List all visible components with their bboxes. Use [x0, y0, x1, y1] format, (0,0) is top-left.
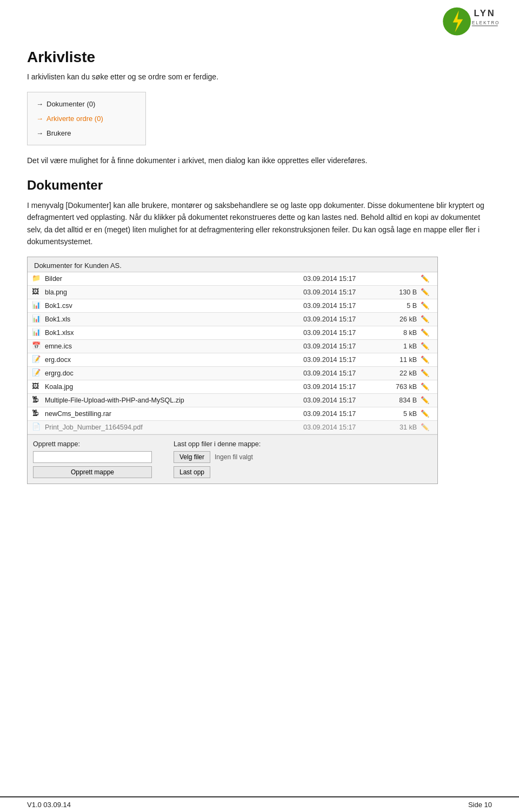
doc-name: newCms_bestilling.rar [45, 410, 303, 418]
create-folder-group: Opprett mappe: Opprett mappe [33, 440, 152, 478]
table-row[interactable]: 📊 Bok1.xlsx 03.09.2014 15:17 8 kB ✏️ [28, 326, 437, 340]
upload-label: Last opp filer i denne mappe: [174, 440, 261, 448]
doc-size: 763 kB [374, 383, 417, 391]
doc-date: 03.09.2014 15:17 [303, 302, 374, 310]
xlsx-icon: 📊 [32, 328, 42, 338]
create-folder-label: Opprett mappe: [33, 440, 152, 448]
doc-name: Print_Job_Number_1164594.pdf [45, 424, 303, 431]
docs-bottom-controls: Opprett mappe: Opprett mappe Last opp fi… [28, 434, 437, 484]
docx-icon: 📝 [32, 355, 42, 365]
ics-icon: 📅 [32, 341, 42, 351]
doc-name: Koala.jpg [45, 383, 303, 391]
caption-text: Det vil være mulighet for å finne dokume… [27, 156, 492, 165]
logo-area: LYN ELEKTRO [438, 5, 503, 39]
arrow-icon: → [36, 115, 43, 123]
footer-version: V1.0 03.09.14 [27, 801, 71, 809]
documents-panel: Dokumenter for Kunden AS. 📁 Bilder 03.09… [27, 257, 438, 484]
jpg-icon: 🖼 [32, 382, 42, 392]
doc-name: Bok1.xls [45, 316, 303, 323]
edit-icon[interactable]: ✏️ [417, 328, 433, 337]
table-row[interactable]: 📄 Print_Job_Number_1164594.pdf 03.09.201… [28, 421, 437, 434]
table-row[interactable]: 📝 erg.docx 03.09.2014 15:17 11 kB ✏️ [28, 353, 437, 367]
doc-size: 22 kB [374, 370, 417, 377]
folder-name-input[interactable] [33, 451, 152, 463]
menu-item-label: Dokumenter (0) [46, 100, 95, 108]
rar-icon: 🗜 [32, 409, 42, 419]
xls-icon: 📊 [32, 314, 42, 324]
table-row[interactable]: 📝 ergrg.doc 03.09.2014 15:17 22 kB ✏️ [28, 367, 437, 380]
doc-name: Multiple-File-Upload-with-PHP-and-MySQL.… [45, 397, 303, 404]
table-row[interactable]: 🖼 bla.png 03.09.2014 15:17 130 B ✏️ [28, 286, 437, 299]
table-row[interactable]: 🗜 Multiple-File-Upload-with-PHP-and-MySQ… [28, 394, 437, 407]
menu-mockup: → Dokumenter (0) → Arkiverte ordre (0) →… [27, 92, 146, 145]
docs-list[interactable]: 📁 Bilder 03.09.2014 15:17 ✏️ 🖼 bla.png 0… [28, 272, 437, 434]
body-text-1: I menyvalg [Dokumenter] kan alle brukere… [27, 199, 492, 248]
doc-size: 31 kB [374, 424, 417, 431]
arrow-icon: → [36, 129, 43, 137]
upload-button[interactable]: Last opp [174, 466, 210, 478]
edit-icon[interactable]: ✏️ [417, 396, 433, 404]
menu-item-label: Brukere [46, 129, 71, 137]
page-title: Arkivliste [27, 49, 492, 66]
company-logo: LYN ELEKTRO [438, 5, 503, 38]
edit-icon[interactable]: ✏️ [417, 342, 433, 350]
folder-icon: 📁 [32, 274, 42, 284]
doc-name: erg.docx [45, 356, 303, 364]
table-row[interactable]: 📊 Bok1.csv 03.09.2014 15:17 5 B ✏️ [28, 299, 437, 313]
doc-size: 130 B [374, 288, 417, 296]
doc-date: 03.09.2014 15:17 [303, 329, 374, 337]
edit-icon[interactable]: ✏️ [417, 369, 433, 377]
edit-icon[interactable]: ✏️ [417, 274, 433, 283]
menu-item-brukere[interactable]: → Brukere [28, 126, 145, 140]
edit-icon[interactable]: ✏️ [417, 410, 433, 418]
pdf-icon: 📄 [32, 422, 42, 432]
doc-date: 03.09.2014 15:17 [303, 370, 374, 377]
svg-text:ELEKTRO: ELEKTRO [472, 20, 500, 25]
doc-size: 834 B [374, 397, 417, 404]
doc-date: 03.09.2014 15:17 [303, 356, 374, 364]
zip-icon: 🗜 [32, 395, 42, 405]
no-file-text: Ingen fil valgt [215, 453, 253, 461]
page-content: Arkivliste I arkivlisten kan du søke ett… [0, 0, 519, 527]
footer-page: Side 10 [468, 801, 492, 809]
doc-date: 03.09.2014 15:17 [303, 397, 374, 404]
arrow-icon: → [36, 100, 43, 108]
doc-name: ergrg.doc [45, 370, 303, 377]
doc-name: emne.ics [45, 343, 303, 350]
create-folder-button[interactable]: Opprett mappe [33, 466, 152, 478]
table-row[interactable]: 🗜 newCms_bestilling.rar 03.09.2014 15:17… [28, 407, 437, 421]
edit-icon[interactable]: ✏️ [417, 423, 433, 431]
upload-row: Velg filer Ingen fil valgt [174, 451, 261, 463]
doc-date: 03.09.2014 15:17 [303, 316, 374, 323]
doc-date: 03.09.2014 15:17 [303, 424, 374, 431]
doc-size: 5 kB [374, 410, 417, 418]
doc-size: 11 kB [374, 356, 417, 364]
doc-date: 03.09.2014 15:17 [303, 410, 374, 418]
upload-group: Last opp filer i denne mappe: Velg filer… [174, 440, 261, 478]
doc-icon: 📝 [32, 368, 42, 378]
edit-icon[interactable]: ✏️ [417, 301, 433, 310]
table-row[interactable]: 📅 emne.ics 03.09.2014 15:17 1 kB ✏️ [28, 340, 437, 353]
table-row[interactable]: 📁 Bilder 03.09.2014 15:17 ✏️ [28, 272, 437, 286]
doc-name: Bok1.csv [45, 302, 303, 310]
doc-date: 03.09.2014 15:17 [303, 288, 374, 296]
page-footer: V1.0 03.09.14 Side 10 [0, 796, 519, 812]
menu-item-arkiverte[interactable]: → Arkiverte ordre (0) [28, 111, 145, 126]
doc-date: 03.09.2014 15:17 [303, 383, 374, 391]
edit-icon[interactable]: ✏️ [417, 382, 433, 391]
csv-icon: 📊 [32, 301, 42, 311]
image-icon: 🖼 [32, 287, 42, 297]
doc-size: 1 kB [374, 343, 417, 350]
edit-icon[interactable]: ✏️ [417, 288, 433, 296]
doc-name: Bilder [45, 275, 303, 283]
choose-files-button[interactable]: Velg filer [174, 451, 210, 463]
edit-icon[interactable]: ✏️ [417, 315, 433, 323]
table-row[interactable]: 🖼 Koala.jpg 03.09.2014 15:17 763 kB ✏️ [28, 380, 437, 394]
doc-size: 5 B [374, 302, 417, 310]
doc-name: bla.png [45, 288, 303, 296]
edit-icon[interactable]: ✏️ [417, 355, 433, 364]
doc-size: 8 kB [374, 329, 417, 337]
menu-item-dokumenter[interactable]: → Dokumenter (0) [28, 97, 145, 111]
table-row[interactable]: 📊 Bok1.xls 03.09.2014 15:17 26 kB ✏️ [28, 313, 437, 326]
menu-item-label: Arkiverte ordre (0) [46, 115, 103, 123]
